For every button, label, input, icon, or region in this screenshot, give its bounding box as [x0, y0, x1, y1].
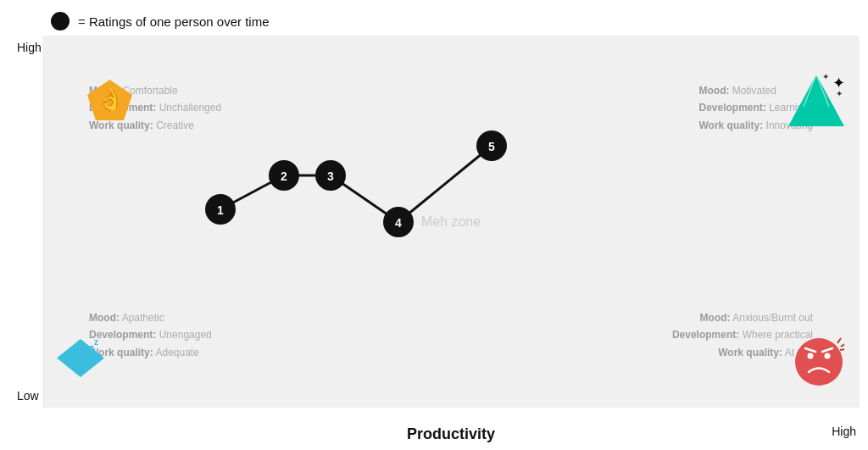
legend-label: = Ratings of one person over time [78, 14, 270, 29]
svg-text:4: 4 [395, 216, 402, 230]
svg-text:1: 1 [217, 203, 224, 217]
legend-dot [51, 12, 70, 31]
svg-text:3: 3 [327, 169, 334, 183]
x-high-label: High [832, 425, 856, 438]
x-axis-label: Productivity [42, 425, 860, 443]
svg-text:5: 5 [488, 140, 495, 153]
legend: = Ratings of one person over time [51, 12, 270, 31]
y-low-label: Low [17, 389, 39, 403]
svg-text:2: 2 [281, 169, 287, 183]
chart-svg: 1 2 3 4 5 [42, 36, 860, 408]
y-high-label: High [17, 41, 42, 54]
chart-area: Mood: Comfortable Development: Unchallen… [42, 36, 860, 408]
